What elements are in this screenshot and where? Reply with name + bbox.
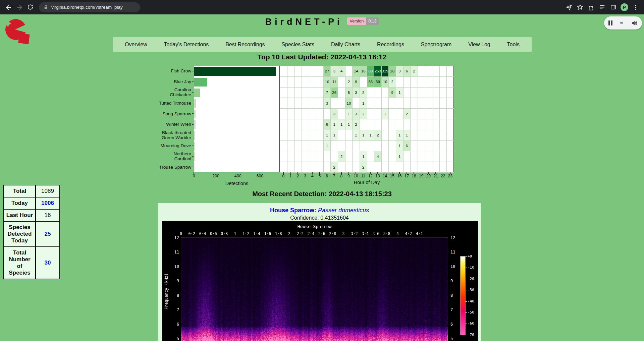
heatmap-cell: [331, 98, 338, 109]
hour-axis-tick: 17: [403, 174, 410, 178]
heatmap-cell: [331, 151, 338, 162]
stats-value-link[interactable]: 1006: [36, 197, 60, 209]
detections-bar: [194, 152, 195, 161]
species-label: NorthernCardinal: [130, 151, 191, 162]
heatmap-cell: 1: [360, 98, 367, 109]
heatmap-cell: [440, 130, 447, 141]
heatmap-cell: [432, 66, 440, 77]
stats-value-link[interactable]: 30: [36, 247, 60, 279]
forward-button[interactable]: [14, 2, 25, 13]
heatmap-cell: [447, 109, 454, 119]
hour-axis-tickmark: [377, 172, 378, 174]
heatmap-cell: [316, 88, 324, 98]
heatmap-cell: [353, 98, 360, 109]
heatmap-cell: [309, 66, 317, 77]
back-button[interactable]: [3, 2, 14, 13]
heatmap-cell: [425, 130, 433, 141]
heatmap-cell: 1: [331, 130, 338, 141]
stats-value-link[interactable]: 25: [36, 221, 60, 247]
species-label: Mourning Dove: [130, 140, 191, 151]
hour-axis-tickmark: [428, 172, 429, 174]
heatmap-cell: 2: [389, 77, 396, 88]
heatmap-cell: [287, 66, 295, 77]
heatmap-cell: [280, 66, 287, 77]
detection-scientific-name[interactable]: Passer domesticus: [318, 207, 369, 214]
side-panel-icon: [610, 4, 616, 10]
heatmap-cell: [418, 130, 425, 141]
heatmap-cell: [302, 141, 309, 152]
heatmap-cell: 3: [353, 109, 360, 119]
species-label: Black-throatedGreen Warbler: [130, 130, 191, 140]
hour-axis-tickmark: [421, 172, 422, 174]
y-tick: [192, 92, 194, 93]
url-bar[interactable]: virginia.birdnetpi.com/?stream=play: [39, 2, 140, 12]
y-tick: [192, 135, 194, 135]
reading-list-icon: [599, 4, 605, 10]
heatmap-cell: [367, 88, 375, 98]
colorbar-tick: -20: [468, 277, 479, 281]
heatmap-cell: [287, 109, 295, 119]
heatmap-cell: [374, 109, 382, 119]
heatmap-cell: [316, 119, 324, 130]
spectrogram-y-tick: 6: [450, 322, 459, 327]
heatmap-cell: [425, 88, 433, 98]
heatmap-cell: [447, 141, 454, 152]
heatmap-cell: [302, 162, 309, 173]
heatmap-cell: [418, 77, 425, 88]
colorbar-tickmark: [466, 335, 467, 335]
heatmap-cell: [367, 151, 375, 162]
profile-avatar[interactable]: P: [621, 3, 628, 11]
species-label: CarolinaChickadee: [130, 87, 191, 98]
hour-axis-tickmark: [312, 172, 313, 174]
reading-list-button[interactable]: [598, 4, 606, 11]
hour-axis-tick: 23: [446, 174, 454, 178]
heatmap-cell: [280, 162, 287, 173]
heatmap-cell: [382, 162, 389, 173]
species-label: Fish Crow: [130, 66, 191, 76]
heatmap-cell: [324, 162, 331, 173]
heatmap-cell: 16: [360, 66, 367, 77]
heatmap-cell: 5: [345, 88, 353, 98]
heatmap-cell: [447, 88, 454, 98]
heatmap-cell: 6: [404, 141, 411, 152]
heatmap-cell: [316, 130, 324, 141]
spectrogram-y-tick: 8: [170, 293, 179, 298]
reload-button[interactable]: [25, 2, 36, 13]
colorbar-tick: +0: [468, 254, 479, 259]
side-panel-button[interactable]: [609, 4, 617, 11]
heatmap-cell: [425, 141, 433, 152]
heatmap-cell: [316, 162, 324, 173]
heatmap-cell: [294, 162, 302, 173]
detection-species-link[interactable]: House Sparrow:: [270, 207, 316, 214]
extensions-button[interactable]: [587, 4, 595, 11]
heatmap-cell: [425, 98, 433, 109]
heatmap-cell: [316, 141, 324, 152]
send-button[interactable]: [565, 4, 573, 11]
browser-menu-button[interactable]: [632, 4, 639, 11]
hour-axis-tickmark: [319, 172, 320, 174]
spectrogram-frequency-axis-label: Frequency (kHz): [164, 268, 169, 315]
heatmap-cell: [367, 162, 375, 173]
stats-row: Today1006: [4, 197, 60, 209]
heatmap-cell: [432, 109, 440, 119]
hour-axis-tick: 10: [352, 174, 360, 178]
heatmap-cell: 6: [404, 66, 411, 77]
y-tick: [192, 146, 194, 146]
heatmap-cell: [418, 66, 425, 77]
species-label: Song Sparrow: [130, 108, 191, 119]
heatmap-cell: [294, 141, 302, 152]
heatmap-cell: [440, 109, 447, 119]
bookmark-button[interactable]: [576, 4, 584, 11]
reload-icon: [27, 4, 34, 10]
heatmap-cell: [404, 162, 411, 173]
heatmap-cell: 2: [360, 88, 367, 98]
heatmap-cell: [447, 130, 454, 141]
heatmap-cell: 6: [324, 119, 331, 130]
heatmap-cell: [309, 98, 317, 109]
heatmap-cell: [389, 141, 396, 152]
heatmap-cell: [411, 109, 418, 119]
heatmap-cell: 11: [331, 77, 338, 88]
heatmap-cell: 1: [324, 141, 331, 152]
heatmap-cell: [345, 151, 353, 162]
heatmap-cell: [309, 130, 317, 141]
